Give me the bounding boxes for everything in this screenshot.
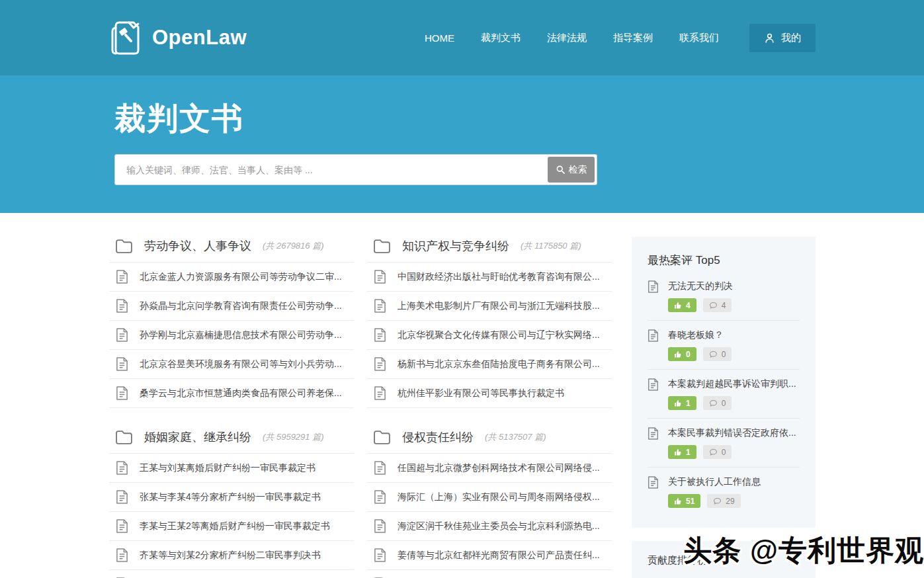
nav-item-guiding-cases[interactable]: 指导案例 [613,32,653,44]
brand[interactable]: OpenLaw [109,20,247,56]
hot-comment-item[interactable]: 本案民事裁判错误否定政府依... 1 0 [648,419,800,468]
document-icon [116,328,128,342]
nav-item-contact[interactable]: 联系我们 [679,32,719,44]
list-item[interactable]: 北京金蓝人力资源服务有限公司等劳动争议二审... [109,263,354,292]
like-badge[interactable]: 51 [668,494,700,508]
document-title: 任国超与北京微梦创科网络技术有限公司网络侵... [398,462,600,474]
list-item[interactable]: 桑学云与北京市恒慧通肉类食品有限公司养老保... [109,379,354,408]
contribution-ranking-card: 贡献度排行榜 2553266361 [632,541,816,578]
document-title: 孙学刚与北京嘉楠捷思信息技术有限公司劳动争... [140,329,342,341]
document-title: 孙焱晶与北京问学教育咨询有限责任公司劳动争... [140,300,342,312]
document-icon [116,548,128,562]
list-item[interactable]: 王某与刘某离婚后财产纠纷一审民事裁定书 [109,454,354,483]
category-count: (共 5137507 篇) [485,431,546,443]
nav-item-laws[interactable]: 法律法规 [547,32,587,44]
contribution-ranking-title: 贡献度排行榜 [648,554,800,567]
document-icon [116,386,128,400]
hot-comment-title[interactable]: 本案裁判超越民事诉讼审判职... [668,378,796,390]
list-item[interactable]: 姜倩等与北京红都祥光商贸有限公司产品责任纠... [367,541,612,570]
document-icon [116,270,128,284]
hot-comment-title[interactable]: 关于被执行人工作信息 [668,476,761,488]
document-title: 中国财政经济出版社与盱眙优考教育咨询有限公... [398,271,600,283]
hot-comments-title: 最热案评 Top5 [648,250,800,272]
list-item[interactable]: 海际汇（上海）实业有限公司与周冬雨网络侵权... [367,483,612,512]
column-right: 知识产权与竞争纠纷 (共 1175850 篇) 中国财政经济出版社与盱眙优考教育… [367,237,612,578]
list-item[interactable]: 任国超与北京微梦创科网络技术有限公司网络侵... [367,454,612,483]
category-title: 劳动争议、人事争议 [144,238,251,254]
thumb-up-icon [674,448,682,456]
nav-item-home[interactable]: HOME [425,32,454,44]
comment-count: 4 [722,301,726,310]
folder-icon [115,239,133,254]
comment-badge[interactable]: 0 [703,445,732,459]
hot-comment-item[interactable]: 关于被执行人工作信息 51 29 [648,468,800,516]
like-badge[interactable]: 1 [668,445,696,459]
list-item[interactable]: 孙焱晶与北京问学教育咨询有限责任公司劳动争... [109,292,354,321]
list-item[interactable]: 海淀区润千秋佳苑业主委员会与北京科利源热电... [367,512,612,541]
document-title: 杨新书与北京京东叁佰陆拾度电子商务有限公司... [398,358,600,370]
hot-comment-title[interactable]: 本案民事裁判错误否定政府依... [668,427,796,439]
list-item[interactable]: 孙学刚与北京嘉楠捷思信息技术有限公司劳动争... [109,321,354,350]
like-badge[interactable]: 1 [668,396,696,410]
folder-icon [373,239,391,254]
document-icon [116,519,128,533]
person-icon [764,32,775,44]
hot-comment-item[interactable]: 春晓老板娘？ 0 0 [648,321,800,370]
document-list: 中国财政经济出版社与盱眙优考教育咨询有限公... 上海美术电影制片厂有限公司与浙… [367,262,612,408]
comment-badge[interactable]: 4 [703,298,732,312]
my-account-button[interactable]: 我的 [749,24,816,52]
like-count: 4 [686,301,691,310]
thumb-up-icon [674,497,682,505]
document-icon [116,357,128,371]
category-title: 知识产权与竞争纠纷 [402,238,509,254]
comment-badge[interactable]: 0 [703,396,732,410]
category-header[interactable]: 劳动争议、人事争议 (共 2679816 篇) [109,237,354,262]
list-item[interactable]: 李某与王某2等离婚后财产纠纷一审民事裁定书 [109,512,354,541]
hot-comment-title[interactable]: 春晓老板娘？ [668,329,732,341]
list-item[interactable]: 齐某等与刘某2分家析产纠纷二审民事判决书 [109,541,354,570]
hero-section: 裁判文书 检索 [0,75,924,213]
like-count: 0 [686,350,691,359]
document-icon [374,461,386,475]
hot-comment-item[interactable]: 无法无天的判决 4 4 [648,272,800,321]
list-item[interactable]: 上海美术电影制片厂有限公司与浙江无端科技股... [367,292,612,321]
list-item-partial[interactable] [367,570,612,578]
list-item[interactable]: 杭州佳平影业有限公司等民事执行裁定书 [367,379,612,408]
like-badge[interactable]: 4 [668,298,696,312]
list-item-partial[interactable] [109,570,354,578]
document-title: 李某与王某2等离婚后财产纠纷一审民事裁定书 [140,520,330,532]
speech-bubble-icon [709,399,718,407]
list-item[interactable]: 北京华视聚合文化传媒有限公司与辽宁秋实网络... [367,321,612,350]
speech-bubble-icon [709,301,718,310]
document-icon [374,357,386,371]
nav-item-judgments[interactable]: 裁判文书 [481,32,521,44]
document-title: 杭州佳平影业有限公司等民事执行裁定书 [398,388,564,399]
list-item[interactable]: 张某与李某4等分家析产纠纷一审民事裁定书 [109,483,354,512]
category-header[interactable]: 知识产权与竞争纠纷 (共 1175850 篇) [367,237,612,262]
speech-bubble-icon [713,497,722,505]
document-icon [648,280,659,312]
list-item[interactable]: 杨新书与北京京东叁佰陆拾度电子商务有限公司... [367,350,612,379]
list-item[interactable]: 中国财政经济出版社与盱眙优考教育咨询有限公... [367,263,612,292]
document-icon [374,490,386,504]
document-icon [374,270,386,284]
openlaw-book-gavel-logo-icon [109,20,144,56]
comment-badge[interactable]: 0 [703,347,732,361]
search-input[interactable] [115,155,546,185]
list-item[interactable]: 北京京谷昱美环境服务有限公司等与刘小兵劳动... [109,350,354,379]
search-button[interactable]: 检索 [548,157,595,183]
comment-badge[interactable]: 29 [707,494,740,508]
category-header[interactable]: 婚姻家庭、继承纠纷 (共 5959291 篇) [109,428,354,453]
speech-bubble-icon [709,350,718,358]
document-icon [374,519,386,533]
hot-comment-title[interactable]: 无法无天的判决 [668,280,733,292]
main-navigation: HOME 裁判文书 法律法规 指导案例 联系我们 我的 [425,24,816,52]
document-title: 张某与李某4等分家析产纠纷一审民事裁定书 [140,491,321,503]
hot-comment-item[interactable]: 本案裁判超越民事诉讼审判职... 1 0 [648,370,800,419]
like-badge[interactable]: 0 [668,347,696,361]
comment-count: 0 [722,448,726,457]
document-icon [374,328,386,342]
category-header[interactable]: 侵权责任纠纷 (共 5137507 篇) [367,428,612,453]
column-left: 劳动争议、人事争议 (共 2679816 篇) 北京金蓝人力资源服务有限公司等劳… [109,237,354,578]
document-icon [648,378,659,410]
